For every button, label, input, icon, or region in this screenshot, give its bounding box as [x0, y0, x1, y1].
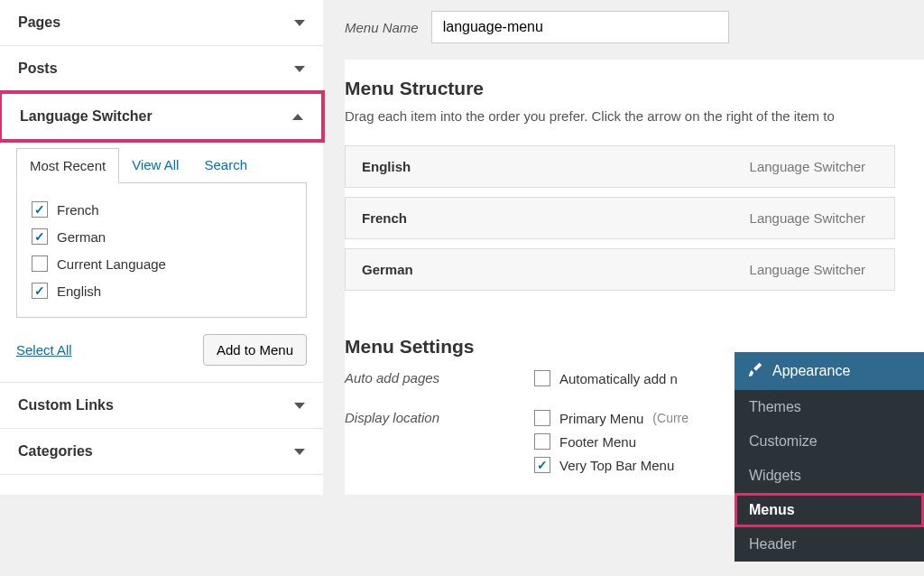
wp-item-themes[interactable]: Themes: [735, 390, 924, 424]
display-location-label: Display location: [345, 406, 534, 425]
menu-item-label: German: [362, 262, 413, 277]
accordion-categories[interactable]: Categories: [0, 429, 323, 475]
actions-row: Select All Add to Menu: [16, 334, 307, 366]
wp-item-header[interactable]: Header: [735, 527, 924, 562]
accordion-label: Pages: [18, 14, 60, 31]
accordion-pages[interactable]: Pages: [0, 0, 323, 46]
brush-icon: [747, 361, 763, 381]
chevron-down-icon: [294, 449, 305, 455]
menu-item-french[interactable]: French Language Switcher: [345, 197, 895, 239]
menu-item-label: French: [362, 210, 407, 226]
accordion-label: Posts: [18, 60, 58, 77]
menu-name-label: Menu Name: [345, 20, 419, 35]
tab-pane: French German Current Language English: [16, 182, 307, 318]
add-to-menu-button[interactable]: Add to Menu: [203, 334, 307, 366]
option-label: German: [57, 229, 106, 245]
chevron-down-icon: [294, 20, 305, 26]
chevron-down-icon: [294, 66, 305, 72]
wp-item-customize[interactable]: Customize: [735, 424, 924, 459]
auto-add-label: Auto add pages: [345, 367, 534, 386]
option-english[interactable]: English: [32, 277, 291, 304]
option-label: Footer Menu: [559, 434, 636, 450]
accordion-body: Most Recent View All Search French Germa…: [0, 141, 323, 382]
menu-item-english[interactable]: English Language Switcher: [345, 145, 895, 188]
wp-admin-appearance-panel: Appearance Themes Customize Widgets Menu…: [735, 352, 924, 562]
checkbox-icon[interactable]: [32, 255, 48, 272]
wp-panel-head[interactable]: Appearance: [735, 352, 924, 390]
checkbox-icon[interactable]: [534, 457, 550, 473]
option-label: Very Top Bar Menu: [559, 458, 674, 473]
chevron-down-icon: [294, 403, 305, 409]
checkbox-icon[interactable]: [534, 410, 550, 426]
menu-item-german[interactable]: German Language Switcher: [345, 248, 895, 291]
chevron-up-icon: [292, 114, 303, 120]
option-label: Primary Menu: [559, 411, 643, 426]
accordion-custom-links[interactable]: Custom Links: [0, 383, 323, 429]
wp-item-menus[interactable]: Menus: [735, 493, 924, 527]
accordion-language-switcher: Language Switcher Most Recent View All S…: [0, 90, 323, 383]
menu-item-type: Language Switcher: [750, 262, 865, 277]
option-label: English: [57, 283, 101, 299]
accordion-posts[interactable]: Posts: [0, 46, 323, 92]
accordion-label: Custom Links: [18, 397, 114, 413]
option-label: Automatically add n: [559, 371, 678, 386]
checkbox-icon[interactable]: [534, 433, 550, 450]
menu-item-type: Language Switcher: [750, 210, 865, 226]
menu-item-label: English: [362, 159, 411, 174]
checkbox-icon[interactable]: [32, 201, 48, 218]
menu-structure-section: Menu Structure Drag each item into the o…: [345, 60, 924, 318]
menu-name-row: Menu Name: [345, 4, 924, 60]
option-current-language[interactable]: Current Language: [32, 250, 291, 277]
option-label: French: [57, 202, 99, 218]
checkbox-icon[interactable]: [32, 228, 48, 245]
accordion-label: Language Switcher: [20, 108, 152, 125]
checkbox-icon[interactable]: [534, 370, 550, 386]
wp-panel-title: Appearance: [772, 363, 850, 379]
source-tabs: Most Recent View All Search: [16, 148, 307, 183]
wp-item-widgets[interactable]: Widgets: [735, 459, 924, 493]
select-all-link[interactable]: Select All: [16, 342, 72, 358]
option-french[interactable]: French: [32, 196, 291, 223]
accordion-label: Categories: [18, 443, 93, 460]
checkbox-icon[interactable]: [32, 283, 48, 299]
menu-name-input[interactable]: [431, 11, 729, 43]
menu-item-type: Language Switcher: [750, 159, 865, 174]
accordion-language-switcher-header[interactable]: Language Switcher: [0, 90, 325, 143]
structure-hint: Drag each item into the order you prefer…: [345, 108, 924, 124]
option-suffix: (Curre: [652, 411, 688, 425]
option-german[interactable]: German: [32, 223, 291, 250]
tab-search[interactable]: Search: [191, 148, 260, 183]
option-label: Current Language: [57, 256, 166, 272]
section-title: Menu Structure: [345, 78, 924, 99]
tab-most-recent[interactable]: Most Recent: [16, 148, 119, 183]
tab-view-all[interactable]: View All: [119, 148, 191, 183]
source-accordion: Pages Posts Language Switcher Most Recen…: [0, 0, 323, 495]
